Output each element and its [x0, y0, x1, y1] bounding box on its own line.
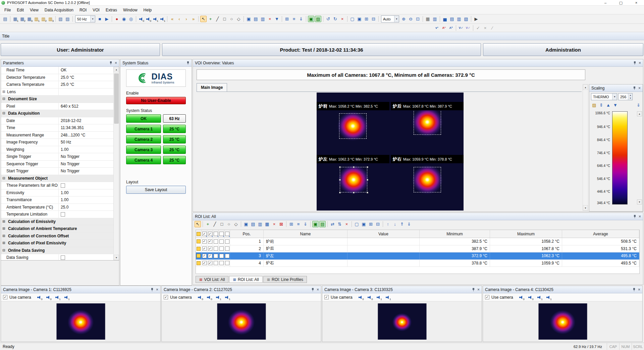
close-icon[interactable]: × [156, 288, 158, 292]
param-value[interactable]: No Trigger [59, 153, 113, 160]
audio-mute-2-icon[interactable]: 1 [385, 294, 391, 300]
param-value[interactable]: 1.00 [59, 146, 113, 153]
pin-icon[interactable] [311, 288, 314, 292]
window-3-icon[interactable]: ⊞ [368, 221, 374, 227]
voi-name-display-icon[interactable]: Aª [448, 25, 454, 31]
layout-1-icon[interactable]: ▦1 [12, 16, 18, 22]
menu-help[interactable]: Help [141, 6, 155, 14]
pin-icon[interactable] [109, 61, 112, 65]
param-value[interactable] [59, 211, 113, 218]
expand-icon[interactable]: ⊞ [2, 90, 6, 94]
checkbox[interactable] [219, 261, 224, 265]
record-icon[interactable]: ● [114, 16, 120, 22]
pin-icon[interactable] [151, 288, 154, 292]
close-icon[interactable]: × [638, 288, 640, 292]
param-value[interactable]: 1.00 [59, 189, 113, 196]
checkbox[interactable] [219, 239, 224, 244]
param-value[interactable]: OK [59, 67, 113, 74]
nav-first-icon[interactable]: « [169, 16, 175, 22]
checkbox[interactable]: ✓ [208, 261, 212, 265]
user-enable-button[interactable]: No User-Enable [126, 97, 186, 104]
tab-main-image[interactable]: Main Image [197, 83, 227, 92]
show-roi-icon[interactable]: ▣ [312, 221, 319, 227]
pin-icon[interactable] [633, 61, 636, 65]
audio-mute-2-icon[interactable]: 1 [63, 294, 70, 300]
edit-table-icon[interactable]: ⊞ [288, 221, 294, 227]
roi-handle-icon[interactable] [367, 166, 368, 168]
checkbox[interactable]: ✓ [208, 254, 212, 258]
roi-check-column-header[interactable]: ✓▾ [202, 230, 207, 238]
menu-file[interactable]: File [1, 6, 14, 14]
pin-icon[interactable] [186, 61, 190, 65]
tab-roi-list-all[interactable]: ▦ROI List: All [229, 276, 262, 283]
audio-mute-2-icon[interactable]: 1 [159, 16, 165, 22]
user-button[interactable]: User: Administrator [1, 43, 160, 56]
audio-out-2-icon[interactable]: 1 [536, 294, 543, 300]
expand-icon[interactable]: ⊞ [2, 220, 6, 223]
close-icon[interactable]: × [639, 215, 641, 219]
roi-check-column-header[interactable]: ▾ [213, 230, 219, 238]
param-value[interactable]: 248...1200 °C [59, 132, 113, 139]
insert-roi-icon[interactable]: ▼ [274, 16, 280, 22]
close-icon[interactable]: × [115, 61, 117, 65]
administration-button[interactable]: Administration [483, 43, 643, 56]
menu-data-acquisition[interactable]: Data Acquisition [42, 6, 76, 14]
checkbox[interactable]: ✓ [202, 246, 207, 251]
audio-mute-1-icon[interactable]: 0 [145, 16, 151, 22]
param-value[interactable]: 50 Hz [59, 139, 113, 146]
palette-select[interactable]: THERMO ▼ [591, 93, 617, 100]
chevron-down-icon[interactable]: ▼ [612, 94, 617, 100]
move-mode-icon[interactable]: ▣ [308, 16, 314, 22]
roi-handle-icon[interactable] [339, 192, 341, 193]
status-camera-2-value[interactable]: 25 °C [163, 135, 186, 143]
status-camera-1-button[interactable]: Camera 1 [126, 125, 161, 133]
voi-value-display-icon[interactable]: v° [434, 25, 440, 31]
confirm-disabled-icon[interactable]: ✓ [475, 25, 481, 31]
stop-icon[interactable]: ■ [97, 16, 103, 22]
zoom-region-icon[interactable]: ⊡ [415, 16, 421, 22]
snapshot-icon[interactable]: ◉ [121, 16, 127, 22]
audio-out-1-icon[interactable]: 0 [138, 16, 144, 22]
audio-mute-1-icon[interactable]: 0 [45, 294, 52, 300]
duplicate-all-icon[interactable]: ▦ [264, 221, 270, 227]
copy-roi-icon[interactable]: ▣ [243, 221, 249, 227]
nav-next-icon[interactable]: › [183, 16, 190, 22]
close-icon[interactable]: × [317, 288, 319, 292]
use-camera-checkbox[interactable]: ✓ [324, 295, 329, 299]
param-value[interactable]: 25.0 °C [59, 81, 113, 88]
roi-region-炉前[interactable] [339, 113, 367, 139]
pin-icon[interactable] [633, 288, 636, 292]
collapse-icon[interactable]: ⊟ [2, 97, 6, 101]
edit-props-icon[interactable]: ≡ [291, 16, 297, 22]
checkbox[interactable] [219, 254, 224, 258]
layout-save-1-icon[interactable]: ▥1 [33, 16, 40, 22]
checkbox[interactable] [225, 254, 229, 258]
checkbox[interactable]: ✓ [202, 254, 207, 258]
column-header-name[interactable]: Name [264, 230, 347, 238]
profile-vertical-icon[interactable]: ▥ [456, 16, 462, 22]
close-icon[interactable]: × [477, 288, 480, 292]
roi-check-column-header[interactable]: ▾ [219, 230, 224, 238]
draw-polygon-icon[interactable]: ◇ [233, 221, 239, 227]
scale-shift-down-icon[interactable]: ▼ [637, 199, 642, 205]
collapse-icon[interactable]: ⊟ [2, 177, 6, 180]
roi-region-炉右[interactable] [414, 167, 441, 192]
audio-mute-2-icon[interactable]: 1 [224, 294, 230, 300]
layout-3-icon[interactable]: ▦3 [26, 16, 33, 22]
tab-roi-line-profiles[interactable]: ▦ROI: Line Profiles [263, 276, 307, 283]
duplicate-roi-icon[interactable]: ▥ [260, 16, 266, 22]
use-camera-checkbox[interactable]: ✓ [3, 295, 7, 299]
nav-prev-icon[interactable]: ‹ [176, 16, 182, 22]
param-value[interactable] [59, 182, 113, 189]
checkbox[interactable] [225, 239, 229, 244]
select-icon[interactable]: ↖ [200, 16, 207, 22]
add-point-icon[interactable]: + [205, 221, 211, 227]
paste-roi-icon[interactable]: ▤ [250, 221, 256, 227]
scroll-up-icon[interactable]: ▲ [583, 84, 588, 90]
checkbox[interactable] [219, 246, 224, 251]
roi-handle-icon[interactable] [367, 179, 368, 181]
column-header-maximum[interactable]: Maximum [490, 230, 562, 238]
roi-row-2[interactable]: ✓✓2炉后387.9 °C1067.8 °C531.3 °C [196, 245, 639, 253]
roi-handle-icon[interactable] [339, 166, 341, 168]
open-workspace-icon[interactable]: ▧ [57, 16, 64, 22]
